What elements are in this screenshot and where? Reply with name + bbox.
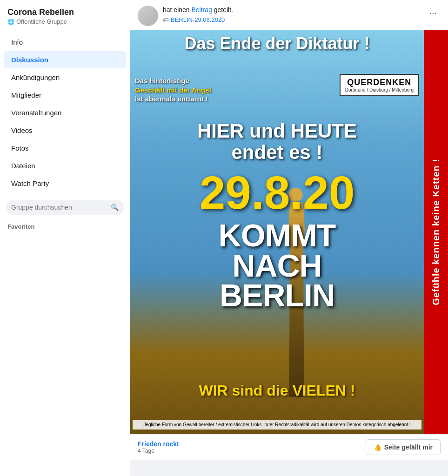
shared-text: hat einen Beitrag geteilt.	[163, 6, 233, 13]
sidebar-item-ankuendigungen[interactable]: Ankündigungen	[4, 69, 126, 86]
avatar	[138, 6, 158, 26]
favorites-label: Favoriten	[0, 218, 130, 233]
sidebar-item-fotos[interactable]: Fotos	[4, 139, 126, 157]
querdenken-brand: QUERDENKEN	[345, 78, 414, 87]
disclaimer-text: Jegliche Form von Gewalt bereiter / extr…	[133, 420, 421, 430]
search-input[interactable]	[11, 204, 108, 211]
sidebar-item-info[interactable]: Info	[4, 33, 126, 51]
post-meta: hat einen Beitrag geteilt. 🏷 BERLIN-29.0…	[163, 6, 233, 24]
poster-image: Gefühle kennen keine Ketten ! Das Ende d…	[130, 30, 448, 434]
hier-heute-block: HIER und HEUTE endet es !	[130, 120, 424, 163]
search-bar[interactable]: 🔍	[6, 200, 124, 215]
avatar-image	[138, 6, 158, 26]
kommt-block: KOMMT NACH BERLIN	[130, 220, 424, 311]
tag-icon: 🏷	[163, 16, 169, 24]
querdenken-box: QUERDENKEN Dortmund / Duisburg / Miltenb…	[340, 74, 419, 96]
thumbs-icon: 👍	[374, 443, 381, 451]
wir-block: WIR sind die VIELEN !	[130, 382, 424, 399]
poster-title: Das Ende der Diktatur !	[130, 34, 424, 53]
tag-link[interactable]: BERLIN-29.08.2020	[171, 16, 225, 24]
querdenken-cities: Dortmund / Duisburg / Miltenberg	[345, 87, 414, 93]
sidebar-item-veranstaltungen[interactable]: Veranstaltungen	[4, 104, 126, 121]
sidebar-item-dateien[interactable]: Dateien	[4, 157, 126, 174]
main-content: hat einen Beitrag geteilt. 🏷 BERLIN-29.0…	[130, 0, 448, 476]
more-options-button[interactable]: ···	[425, 6, 441, 20]
footer-left: Frieden rockt 4 Tage	[138, 440, 179, 454]
poster-subtitle: Das hinterlistige Geschäft mit der Angst…	[135, 76, 256, 104]
like-page-button[interactable]: 👍 Seite gefällt mir	[366, 439, 441, 455]
sidebar-item-diskussion[interactable]: Diskussion	[4, 51, 126, 68]
post-card: hat einen Beitrag geteilt. 🏷 BERLIN-29.0…	[130, 0, 448, 460]
beitrag-link[interactable]: Beitrag	[192, 6, 212, 13]
post-header-left: hat einen Beitrag geteilt. 🏷 BERLIN-29.0…	[138, 6, 233, 26]
sidebar-item-watchparty[interactable]: Watch Party	[4, 175, 126, 192]
sidebar: Corona Rebellen 🌐 Öffentliche Gruppe Inf…	[0, 0, 130, 476]
red-banner: Gefühle kennen keine Ketten !	[424, 30, 448, 434]
group-type: 🌐 Öffentliche Gruppe	[7, 18, 122, 25]
post-footer: Frieden rockt 4 Tage 👍 Seite gefällt mir	[130, 434, 448, 460]
group-name: Corona Rebellen	[7, 7, 122, 17]
red-banner-text: Gefühle kennen keine Ketten !	[431, 159, 441, 305]
sidebar-item-mitglieder[interactable]: Mitglieder	[4, 86, 126, 104]
globe-icon: 🌐	[7, 19, 14, 25]
like-button-label: Seite gefällt mir	[384, 443, 433, 451]
search-icon: 🔍	[111, 204, 119, 211]
sidebar-item-videos[interactable]: Videos	[4, 122, 126, 139]
footer-sub: 4 Tage	[138, 448, 179, 454]
tag-row: 🏷 BERLIN-29.08.2020	[163, 16, 233, 24]
footer-link[interactable]: Frieden rockt	[138, 440, 179, 448]
date-block: 29.8.20	[130, 169, 424, 216]
group-header: Corona Rebellen 🌐 Öffentliche Gruppe	[0, 0, 130, 29]
poster-container: Gefühle kennen keine Ketten ! Das Ende d…	[130, 30, 448, 434]
post-header: hat einen Beitrag geteilt. 🏷 BERLIN-29.0…	[130, 0, 448, 30]
nav-menu: Info Diskussion Ankündigungen Mitglieder…	[0, 29, 130, 196]
